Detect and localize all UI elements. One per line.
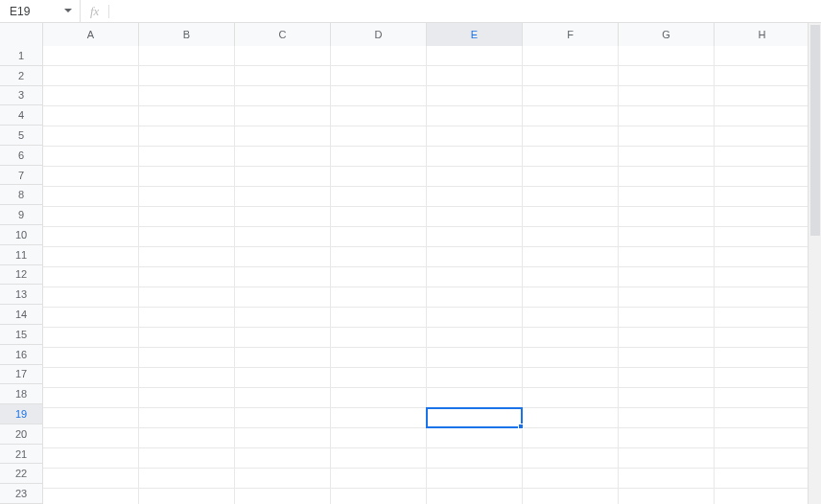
cell-H21[interactable] <box>715 448 810 469</box>
cell-A3[interactable] <box>43 86 139 106</box>
cell-H8[interactable] <box>715 187 810 207</box>
cell-D4[interactable] <box>331 106 427 126</box>
cell-F8[interactable] <box>523 187 619 207</box>
cell-A22[interactable] <box>43 469 139 489</box>
cell-A7[interactable] <box>43 167 139 187</box>
cell-C11[interactable] <box>235 247 331 267</box>
cell-B16[interactable] <box>139 348 235 368</box>
cell-F2[interactable] <box>523 66 619 86</box>
cell-A16[interactable] <box>43 348 139 368</box>
cell-D9[interactable] <box>331 207 427 227</box>
cell-G4[interactable] <box>619 106 715 126</box>
cell-D12[interactable] <box>331 267 427 287</box>
cell-F23[interactable] <box>523 489 619 504</box>
column-header-H[interactable]: H <box>715 23 810 46</box>
cell-F3[interactable] <box>523 86 619 106</box>
cell-E6[interactable] <box>427 147 523 167</box>
cell-C2[interactable] <box>235 66 331 86</box>
cell-B7[interactable] <box>139 167 235 187</box>
cell-F17[interactable] <box>523 368 619 388</box>
name-box-dropdown-icon[interactable] <box>62 6 74 17</box>
cell-A23[interactable] <box>43 489 139 504</box>
cell-D20[interactable] <box>331 428 427 448</box>
cell-H1[interactable] <box>715 46 810 66</box>
cell-D6[interactable] <box>331 147 427 167</box>
formula-input[interactable] <box>115 0 821 23</box>
cell-B2[interactable] <box>139 66 235 86</box>
cell-E17[interactable] <box>427 368 523 388</box>
cell-A4[interactable] <box>43 106 139 126</box>
cell-A12[interactable] <box>43 267 139 287</box>
cell-A1[interactable] <box>43 46 139 66</box>
cell-G8[interactable] <box>619 187 715 207</box>
column-header-G[interactable]: G <box>619 23 715 46</box>
cell-H9[interactable] <box>715 207 810 227</box>
cell-A6[interactable] <box>43 147 139 167</box>
cell-H12[interactable] <box>715 267 810 287</box>
cell-D7[interactable] <box>331 167 427 187</box>
cell-B13[interactable] <box>139 287 235 308</box>
cell-E21[interactable] <box>427 448 523 469</box>
cell-C20[interactable] <box>235 428 331 448</box>
cell-A5[interactable] <box>43 126 139 147</box>
cell-F9[interactable] <box>523 207 619 227</box>
cell-H3[interactable] <box>715 86 810 106</box>
cell-B8[interactable] <box>139 187 235 207</box>
cell-C3[interactable] <box>235 86 331 106</box>
cell-H15[interactable] <box>715 328 810 348</box>
cell-F1[interactable] <box>523 46 619 66</box>
cell-B22[interactable] <box>139 469 235 489</box>
cell-B12[interactable] <box>139 267 235 287</box>
row-header-11[interactable]: 11 <box>0 245 42 265</box>
cell-D21[interactable] <box>331 448 427 469</box>
cell-E22[interactable] <box>427 469 523 489</box>
cell-F14[interactable] <box>523 308 619 328</box>
cell-H17[interactable] <box>715 368 810 388</box>
row-header-1[interactable]: 1 <box>0 46 42 66</box>
cell-D18[interactable] <box>331 388 427 408</box>
column-header-A[interactable]: A <box>43 23 139 46</box>
cell-G13[interactable] <box>619 287 715 308</box>
cell-B23[interactable] <box>139 489 235 504</box>
select-all-corner[interactable] <box>0 23 43 46</box>
cell-H2[interactable] <box>715 66 810 86</box>
cell-E8[interactable] <box>427 187 523 207</box>
cell-D5[interactable] <box>331 126 427 147</box>
cell-C14[interactable] <box>235 308 331 328</box>
row-header-3[interactable]: 3 <box>0 86 42 106</box>
cell-B1[interactable] <box>139 46 235 66</box>
cell-F6[interactable] <box>523 147 619 167</box>
row-header-21[interactable]: 21 <box>0 445 42 465</box>
cell-E4[interactable] <box>427 106 523 126</box>
row-header-18[interactable]: 18 <box>0 384 42 404</box>
row-header-13[interactable]: 13 <box>0 285 42 305</box>
cell-B10[interactable] <box>139 227 235 247</box>
cell-A14[interactable] <box>43 308 139 328</box>
cell-C13[interactable] <box>235 287 331 308</box>
cell-C5[interactable] <box>235 126 331 147</box>
cell-H6[interactable] <box>715 147 810 167</box>
cell-G7[interactable] <box>619 167 715 187</box>
cell-A2[interactable] <box>43 66 139 86</box>
cell-F5[interactable] <box>523 126 619 147</box>
cell-G15[interactable] <box>619 328 715 348</box>
cell-C7[interactable] <box>235 167 331 187</box>
cell-D1[interactable] <box>331 46 427 66</box>
name-box[interactable]: E19 <box>0 0 81 23</box>
cell-E18[interactable] <box>427 388 523 408</box>
cell-D16[interactable] <box>331 348 427 368</box>
cell-C4[interactable] <box>235 106 331 126</box>
cell-C17[interactable] <box>235 368 331 388</box>
cell-G2[interactable] <box>619 66 715 86</box>
cell-B5[interactable] <box>139 126 235 147</box>
cell-D22[interactable] <box>331 469 427 489</box>
cell-D14[interactable] <box>331 308 427 328</box>
column-header-B[interactable]: B <box>139 23 235 46</box>
cell-C12[interactable] <box>235 267 331 287</box>
cell-C22[interactable] <box>235 469 331 489</box>
cell-H11[interactable] <box>715 247 810 267</box>
cell-G21[interactable] <box>619 448 715 469</box>
row-header-5[interactable]: 5 <box>0 126 42 146</box>
cell-G14[interactable] <box>619 308 715 328</box>
cell-C10[interactable] <box>235 227 331 247</box>
